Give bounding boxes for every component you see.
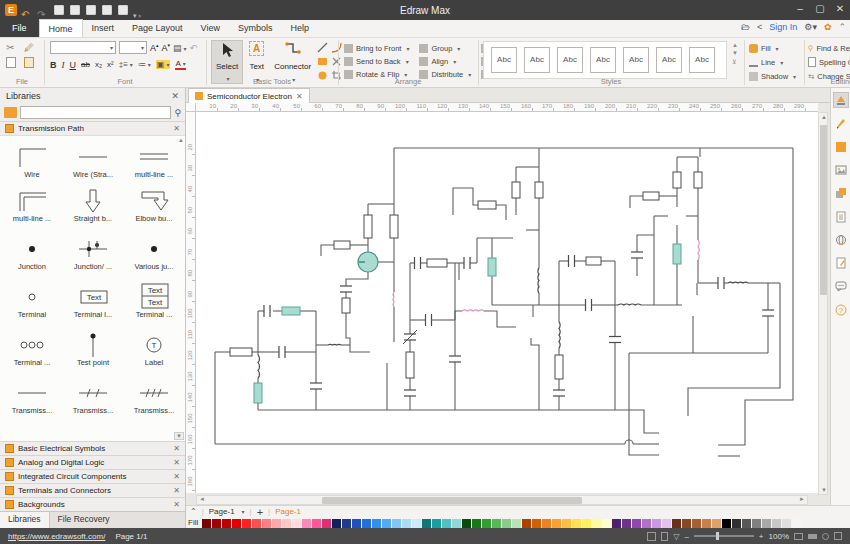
library-section-transmission-path[interactable]: Transmission Path ✕ bbox=[0, 121, 185, 135]
color-swatch[interactable] bbox=[792, 519, 801, 528]
zoom-slider[interactable] bbox=[694, 535, 754, 537]
grow-font-button[interactable]: A▴ bbox=[150, 42, 159, 53]
color-swatch[interactable] bbox=[732, 519, 741, 528]
highlight-icon[interactable]: ▣▾ bbox=[156, 60, 171, 69]
library-symbol-various-ju-[interactable]: Various ju... bbox=[126, 236, 182, 271]
color-swatch[interactable] bbox=[262, 519, 271, 528]
resistor[interactable] bbox=[512, 182, 520, 198]
section-close-icon[interactable]: ✕ bbox=[173, 472, 180, 481]
inductor-coil[interactable] bbox=[618, 304, 641, 305]
wire[interactable] bbox=[688, 283, 780, 416]
color-swatch[interactable] bbox=[322, 519, 331, 528]
library-section-analog-and-digital-logic[interactable]: Analog and Digital Logic✕ bbox=[0, 455, 185, 469]
wire[interactable] bbox=[637, 235, 654, 252]
zoom-out-button[interactable]: – bbox=[684, 532, 688, 541]
color-swatch[interactable] bbox=[632, 519, 641, 528]
color-swatch[interactable] bbox=[762, 519, 771, 528]
color-swatch[interactable] bbox=[722, 519, 731, 528]
font-family-select[interactable]: ▾ bbox=[50, 41, 116, 54]
shrink-font-button[interactable]: A▾ bbox=[162, 42, 171, 53]
section-close-icon[interactable]: ✕ bbox=[173, 124, 180, 133]
arrange-group-button[interactable]: Group▾ bbox=[419, 42, 471, 54]
library-symbol-wire[interactable]: Wire bbox=[4, 144, 60, 179]
library-symbol-label[interactable]: TLabel bbox=[126, 332, 182, 367]
color-swatch[interactable] bbox=[542, 519, 551, 528]
vertical-scrollbar[interactable]: ▲ ▼ bbox=[818, 112, 828, 495]
home-icon[interactable] bbox=[4, 107, 17, 118]
color-swatch[interactable] bbox=[772, 519, 781, 528]
edrawsoft-link[interactable]: https://www.edrawsoft.com/ bbox=[8, 532, 105, 541]
fullscreen-icon[interactable] bbox=[808, 534, 817, 539]
color-swatch[interactable] bbox=[202, 519, 211, 528]
color-swatch[interactable] bbox=[422, 519, 431, 528]
styles-more-icon[interactable]: ⊻ bbox=[732, 58, 738, 65]
strikethrough-button[interactable]: ab bbox=[81, 60, 90, 69]
color-swatch[interactable] bbox=[712, 519, 721, 528]
color-swatch[interactable] bbox=[652, 519, 661, 528]
resistor[interactable] bbox=[535, 182, 543, 198]
library-symbol-multi-line-[interactable]: multi-line ... bbox=[4, 188, 60, 223]
maximize-button[interactable]: ▢ bbox=[810, 0, 830, 20]
color-swatch[interactable] bbox=[232, 519, 241, 528]
color-swatch[interactable] bbox=[742, 519, 751, 528]
color-swatch[interactable] bbox=[782, 519, 791, 528]
color-swatch[interactable] bbox=[752, 519, 761, 528]
color-swatch[interactable] bbox=[612, 519, 621, 528]
library-symbol-transmiss-[interactable]: Transmiss... bbox=[4, 380, 60, 415]
menu-tab-symbols[interactable]: Symbols bbox=[229, 19, 282, 37]
clear-format-icon[interactable]: ↶ bbox=[190, 43, 198, 53]
library-symbol-test-point[interactable]: Test point bbox=[65, 332, 121, 367]
color-swatch[interactable] bbox=[522, 519, 531, 528]
arrange-align-button[interactable]: Align▾ bbox=[419, 55, 471, 67]
cut-icon[interactable]: ✂ bbox=[6, 42, 20, 53]
color-swatch[interactable] bbox=[472, 519, 481, 528]
library-symbol-junction-[interactable]: Junction/ ... bbox=[65, 236, 121, 271]
wire[interactable] bbox=[346, 313, 370, 352]
resistor[interactable] bbox=[364, 215, 372, 238]
color-swatch[interactable] bbox=[692, 519, 701, 528]
wire[interactable] bbox=[630, 196, 643, 208]
menu-tab-help[interactable]: Help bbox=[281, 19, 318, 37]
layers-icon[interactable] bbox=[833, 185, 849, 201]
wire[interactable] bbox=[346, 272, 368, 286]
fill-color-icon[interactable] bbox=[833, 139, 849, 155]
resistor[interactable] bbox=[254, 383, 262, 403]
color-swatch[interactable] bbox=[622, 519, 631, 528]
color-swatch[interactable] bbox=[452, 519, 461, 528]
color-swatch[interactable] bbox=[272, 519, 281, 528]
resistor[interactable] bbox=[673, 244, 681, 264]
color-swatch[interactable] bbox=[662, 519, 671, 528]
library-symbol-elbow-bu-[interactable]: Elbow bu... bbox=[126, 188, 182, 223]
wire[interactable] bbox=[531, 338, 539, 410]
page-icon[interactable] bbox=[661, 532, 668, 541]
wire[interactable] bbox=[453, 188, 478, 215]
arrange-rotate-flip-button[interactable]: Rotate & Flip▾ bbox=[344, 68, 409, 80]
section-close-icon[interactable]: ✕ bbox=[173, 486, 180, 495]
color-swatch[interactable] bbox=[592, 519, 601, 528]
color-swatch[interactable] bbox=[682, 519, 691, 528]
line-spacing-icon[interactable]: ‡≡▾ bbox=[119, 60, 133, 69]
library-section-backgrounds[interactable]: Backgrounds✕ bbox=[0, 497, 185, 511]
color-swatch[interactable] bbox=[222, 519, 231, 528]
color-swatch[interactable] bbox=[242, 519, 251, 528]
arrange-bring-to-front-button[interactable]: Bring to Front▾ bbox=[344, 42, 409, 54]
format-theme-icon[interactable] bbox=[833, 92, 849, 108]
inductor-coil[interactable] bbox=[462, 310, 484, 311]
find-replace-button[interactable]: ⚲Find & Replace bbox=[808, 42, 850, 54]
resistor[interactable] bbox=[282, 307, 300, 315]
inductor-coil[interactable] bbox=[258, 355, 259, 378]
color-swatch[interactable] bbox=[442, 519, 451, 528]
menu-tab-page-layout[interactable]: Page Layout bbox=[123, 19, 192, 37]
note-icon[interactable] bbox=[833, 209, 849, 225]
style-preset-7[interactable]: Abc bbox=[689, 47, 715, 73]
comment-icon[interactable] bbox=[833, 278, 849, 294]
zoom-area-icon[interactable] bbox=[822, 533, 829, 540]
color-swatch[interactable] bbox=[642, 519, 651, 528]
styles-scroll-up-icon[interactable]: ▲ bbox=[732, 42, 738, 48]
wire[interactable] bbox=[258, 410, 659, 433]
style-preset-5[interactable]: Abc bbox=[623, 47, 649, 73]
pan-icon[interactable] bbox=[647, 532, 656, 541]
license-flower-icon[interactable]: ✿ bbox=[824, 22, 832, 32]
inductor-coil[interactable] bbox=[538, 268, 539, 293]
section-close-icon[interactable]: ✕ bbox=[173, 458, 180, 467]
